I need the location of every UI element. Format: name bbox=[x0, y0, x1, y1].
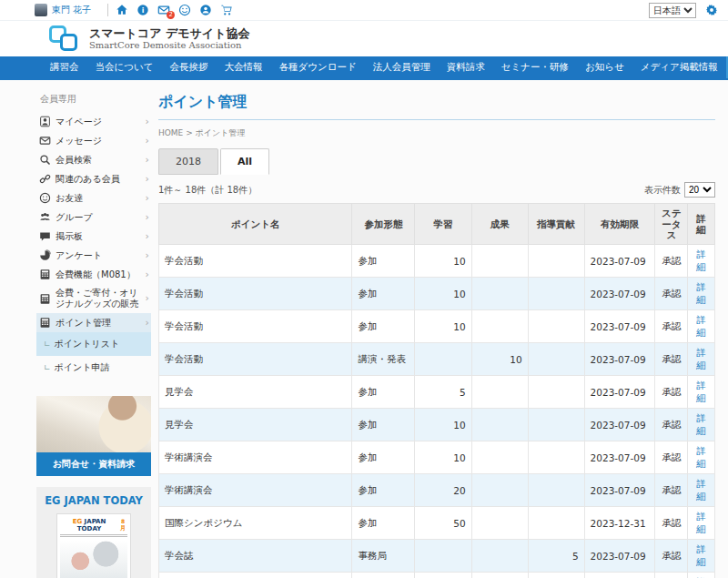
cell-result bbox=[471, 474, 528, 507]
site-header: スマートコア デモサイト協会 SmartCore Demosite Associ… bbox=[0, 20, 728, 56]
cell-expiry: 2023-07-09 bbox=[584, 474, 655, 507]
detail-link[interactable]: 詳細 bbox=[696, 543, 706, 567]
per-page-select[interactable]: 20 bbox=[684, 182, 715, 198]
chevron-right-icon: › bbox=[146, 136, 149, 147]
mail-icon[interactable]: 2 bbox=[157, 4, 170, 16]
chevron-right-icon: › bbox=[146, 231, 149, 242]
detail-link[interactable]: 詳細 bbox=[696, 412, 706, 436]
cell-expiry: 2023-07-09 bbox=[584, 540, 655, 573]
detail-link[interactable]: 詳細 bbox=[696, 347, 706, 370]
svg-text:i: i bbox=[142, 6, 145, 15]
account-icon[interactable] bbox=[199, 4, 212, 16]
cell-learning bbox=[415, 343, 471, 376]
detail-link[interactable]: 詳細 bbox=[696, 314, 706, 338]
detail-link[interactable]: 詳細 bbox=[696, 445, 706, 469]
divider bbox=[107, 4, 108, 16]
calc-icon bbox=[39, 317, 51, 329]
cell-result bbox=[471, 540, 528, 573]
detail-link[interactable]: 詳細 bbox=[696, 511, 706, 534]
sidebar-item-label: メッセージ bbox=[56, 136, 144, 147]
nav-item-各種ダウンロード[interactable]: 各種ダウンロード bbox=[270, 56, 364, 78]
cell-status: 承認 bbox=[655, 278, 688, 310]
sidebar-item-グループ[interactable]: グループ› bbox=[36, 208, 151, 227]
column-header-成果: 成果 bbox=[471, 204, 528, 245]
user-avatar[interactable] bbox=[35, 4, 47, 16]
site-title-block[interactable]: スマートコア デモサイト協会 SmartCore Demosite Associ… bbox=[89, 26, 250, 51]
nav-item-大会情報[interactable]: 大会情報 bbox=[216, 56, 270, 78]
mail-icon bbox=[39, 135, 51, 147]
sidebar-item-ポイント管理[interactable]: ポイント管理› bbox=[36, 313, 151, 332]
nav-item-法人会員管理[interactable]: 法人会員管理 bbox=[365, 56, 439, 78]
detail-link[interactable]: 詳細 bbox=[696, 380, 706, 403]
chevron-right-icon: › bbox=[146, 250, 149, 261]
settings-gear-icon[interactable] bbox=[705, 4, 719, 17]
sidebar-item-メッセージ[interactable]: メッセージ› bbox=[36, 131, 151, 150]
chat-icon bbox=[39, 230, 51, 242]
cell-result bbox=[471, 409, 528, 441]
detail-link[interactable]: 詳細 bbox=[696, 248, 706, 272]
breadcrumb[interactable]: HOME > ポイント管理 bbox=[158, 120, 715, 148]
sidebar-subitem-label: ポイントリスト bbox=[55, 338, 120, 350]
cell-contribution bbox=[528, 376, 584, 409]
cell-point-name: 学会活動 bbox=[159, 343, 352, 376]
sidebar-item-お友達[interactable]: お友達› bbox=[36, 188, 151, 208]
nav-item-資料請求[interactable]: 資料請求 bbox=[439, 56, 493, 78]
calc-icon bbox=[39, 293, 51, 305]
user-name-link[interactable]: 東門 花子 bbox=[52, 4, 91, 16]
cell-contribution bbox=[528, 343, 584, 376]
sidebar-item-会員検索[interactable]: 会員検索› bbox=[36, 150, 151, 169]
nav-item-セミナー・研修[interactable]: セミナー・研修 bbox=[493, 56, 577, 78]
contact-banner[interactable]: お問合せ・資料請求 bbox=[36, 396, 151, 476]
table-row: 学術講演会参加102023-07-09承認詳細 bbox=[159, 441, 715, 474]
search-icon bbox=[39, 154, 51, 166]
nav-item-講習会[interactable]: 講習会 bbox=[42, 56, 87, 78]
cell-result bbox=[471, 441, 528, 474]
cell-contribution bbox=[528, 474, 584, 507]
link-icon bbox=[39, 173, 51, 185]
detail-link[interactable]: 詳細 bbox=[696, 281, 706, 305]
info-icon[interactable]: i bbox=[136, 4, 149, 16]
site-logo-icon[interactable] bbox=[49, 25, 80, 53]
smiley-icon[interactable] bbox=[178, 4, 191, 16]
cell-result bbox=[471, 573, 528, 578]
sidebar-item-label: グループ bbox=[56, 212, 144, 223]
cell-point-name: 学術講演会 bbox=[159, 474, 352, 507]
sidebar-item-会費機能（M081）[interactable]: 会費機能（M081）› bbox=[36, 265, 151, 284]
chevron-right-icon: › bbox=[146, 212, 149, 223]
nav-item-会長挨拶[interactable]: 会長挨拶 bbox=[161, 56, 216, 78]
sidebar-item-掲示板[interactable]: 掲示板› bbox=[36, 227, 151, 246]
cell-learning: 5 bbox=[415, 376, 471, 409]
nav-item-お知らせ[interactable]: お知らせ bbox=[577, 56, 632, 78]
cell-status: 承認 bbox=[655, 310, 688, 343]
cell-learning: 10 bbox=[415, 441, 471, 474]
cell-status: 承認 bbox=[655, 245, 688, 278]
cell-result bbox=[471, 278, 528, 310]
sidebar-subitem-ポイントリスト[interactable]: ∟ポイントリスト bbox=[36, 332, 151, 356]
cell-contribution bbox=[528, 278, 584, 310]
language-select[interactable]: 日本語 bbox=[649, 3, 696, 18]
cell-point-name: 国際シンポジウム bbox=[159, 507, 352, 540]
cell-expiry: 2023-07-09 bbox=[584, 376, 655, 409]
cell-detail: 詳細 bbox=[688, 278, 715, 310]
column-header-指導貢献: 指導貢献 bbox=[528, 204, 584, 245]
cell-participation-type: 参加 bbox=[352, 441, 415, 474]
contact-request-button[interactable]: お問合せ・資料請求 bbox=[36, 452, 151, 476]
cart-icon[interactable] bbox=[220, 4, 233, 16]
nav-item-メディア掲載情報[interactable]: メディア掲載情報 bbox=[632, 56, 726, 78]
cell-status: 承認 bbox=[655, 540, 688, 573]
cell-participation-type: 参加 bbox=[352, 278, 415, 310]
sidebar-item-アンケート[interactable]: アンケート› bbox=[36, 246, 151, 265]
magazine-heading: EG JAPAN TODAY bbox=[42, 494, 146, 507]
chevron-right-icon: › bbox=[146, 318, 149, 329]
sidebar-item-関連のある会員[interactable]: 関連のある会員› bbox=[36, 169, 151, 188]
detail-link[interactable]: 詳細 bbox=[696, 478, 706, 502]
home-icon[interactable] bbox=[116, 4, 128, 16]
sidebar-item-会費・ご寄付・オリジナルグッズの販売[interactable]: 会費・ご寄付・オリジナルグッズの販売› bbox=[36, 284, 151, 313]
tab-2018[interactable]: 2018 bbox=[158, 148, 218, 175]
sidebar-item-マイページ[interactable]: マイページ› bbox=[36, 112, 151, 131]
sidebar-subitem-ポイント申請[interactable]: ∟ポイント申請 bbox=[36, 356, 151, 380]
tab-All[interactable]: All bbox=[220, 148, 269, 175]
page-title: ポイント管理 bbox=[158, 87, 715, 120]
magazine-cover[interactable]: EG JAPAN TODAY 8月 特集 多機能×時代に選ばれるSCへ ～発信せ… bbox=[56, 513, 131, 578]
nav-item-当会について[interactable]: 当会について bbox=[87, 56, 162, 78]
